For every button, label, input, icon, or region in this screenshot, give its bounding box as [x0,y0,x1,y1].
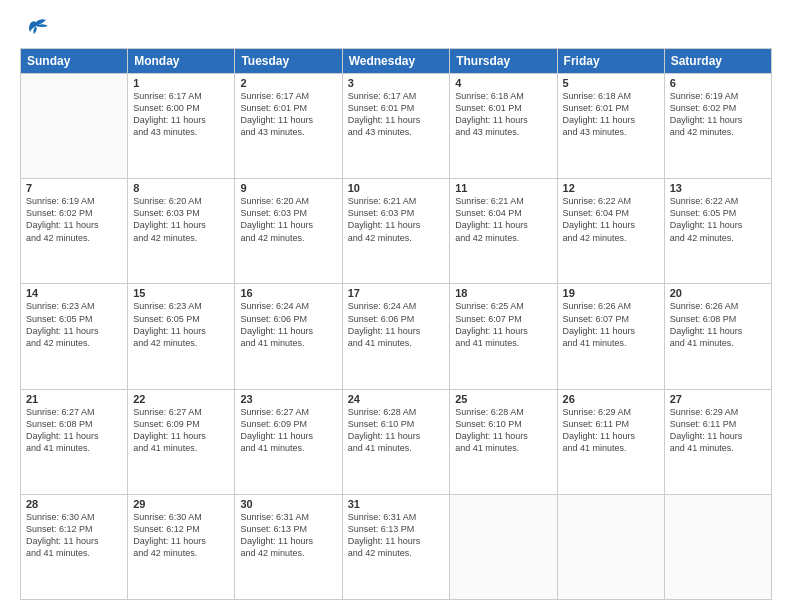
day-number: 22 [133,393,229,405]
cell-details: Sunrise: 6:22 AM Sunset: 6:05 PM Dayligh… [670,195,766,244]
cell-details: Sunrise: 6:19 AM Sunset: 6:02 PM Dayligh… [26,195,122,244]
cell-details: Sunrise: 6:27 AM Sunset: 6:08 PM Dayligh… [26,406,122,455]
cell-details: Sunrise: 6:30 AM Sunset: 6:12 PM Dayligh… [26,511,122,560]
calendar-cell: 22Sunrise: 6:27 AM Sunset: 6:09 PM Dayli… [128,389,235,494]
day-number: 15 [133,287,229,299]
calendar-cell: 19Sunrise: 6:26 AM Sunset: 6:07 PM Dayli… [557,284,664,389]
day-number: 26 [563,393,659,405]
day-number: 11 [455,182,551,194]
calendar-cell [450,494,557,599]
calendar-cell: 21Sunrise: 6:27 AM Sunset: 6:08 PM Dayli… [21,389,128,494]
cell-details: Sunrise: 6:25 AM Sunset: 6:07 PM Dayligh… [455,300,551,349]
day-number: 14 [26,287,122,299]
cell-details: Sunrise: 6:26 AM Sunset: 6:08 PM Dayligh… [670,300,766,349]
cell-details: Sunrise: 6:24 AM Sunset: 6:06 PM Dayligh… [240,300,336,349]
cell-details: Sunrise: 6:27 AM Sunset: 6:09 PM Dayligh… [133,406,229,455]
calendar-cell: 12Sunrise: 6:22 AM Sunset: 6:04 PM Dayli… [557,179,664,284]
calendar-table: SundayMondayTuesdayWednesdayThursdayFrid… [20,48,772,600]
page: SundayMondayTuesdayWednesdayThursdayFrid… [0,0,792,612]
calendar-cell: 6Sunrise: 6:19 AM Sunset: 6:02 PM Daylig… [664,74,771,179]
calendar-cell: 26Sunrise: 6:29 AM Sunset: 6:11 PM Dayli… [557,389,664,494]
day-number: 24 [348,393,445,405]
day-number: 6 [670,77,766,89]
cell-details: Sunrise: 6:20 AM Sunset: 6:03 PM Dayligh… [240,195,336,244]
calendar-body: 1Sunrise: 6:17 AM Sunset: 6:00 PM Daylig… [21,74,772,600]
cell-details: Sunrise: 6:17 AM Sunset: 6:01 PM Dayligh… [348,90,445,139]
calendar-day-header: Tuesday [235,49,342,74]
cell-details: Sunrise: 6:29 AM Sunset: 6:11 PM Dayligh… [670,406,766,455]
day-number: 3 [348,77,445,89]
cell-details: Sunrise: 6:18 AM Sunset: 6:01 PM Dayligh… [455,90,551,139]
day-number: 16 [240,287,336,299]
calendar-cell [21,74,128,179]
cell-details: Sunrise: 6:17 AM Sunset: 6:00 PM Dayligh… [133,90,229,139]
calendar-cell: 4Sunrise: 6:18 AM Sunset: 6:01 PM Daylig… [450,74,557,179]
cell-details: Sunrise: 6:23 AM Sunset: 6:05 PM Dayligh… [133,300,229,349]
calendar-cell: 14Sunrise: 6:23 AM Sunset: 6:05 PM Dayli… [21,284,128,389]
day-number: 23 [240,393,336,405]
day-number: 21 [26,393,122,405]
calendar-cell: 29Sunrise: 6:30 AM Sunset: 6:12 PM Dayli… [128,494,235,599]
calendar-day-header: Saturday [664,49,771,74]
calendar-day-header: Friday [557,49,664,74]
cell-details: Sunrise: 6:21 AM Sunset: 6:03 PM Dayligh… [348,195,445,244]
day-number: 8 [133,182,229,194]
cell-details: Sunrise: 6:26 AM Sunset: 6:07 PM Dayligh… [563,300,659,349]
logo-bird-icon [22,18,50,40]
calendar-header-row: SundayMondayTuesdayWednesdayThursdayFrid… [21,49,772,74]
calendar-cell: 15Sunrise: 6:23 AM Sunset: 6:05 PM Dayli… [128,284,235,389]
cell-details: Sunrise: 6:31 AM Sunset: 6:13 PM Dayligh… [240,511,336,560]
cell-details: Sunrise: 6:20 AM Sunset: 6:03 PM Dayligh… [133,195,229,244]
logo [20,18,52,40]
cell-details: Sunrise: 6:17 AM Sunset: 6:01 PM Dayligh… [240,90,336,139]
cell-details: Sunrise: 6:21 AM Sunset: 6:04 PM Dayligh… [455,195,551,244]
day-number: 12 [563,182,659,194]
calendar-week-row: 28Sunrise: 6:30 AM Sunset: 6:12 PM Dayli… [21,494,772,599]
day-number: 28 [26,498,122,510]
calendar-day-header: Sunday [21,49,128,74]
calendar-cell: 27Sunrise: 6:29 AM Sunset: 6:11 PM Dayli… [664,389,771,494]
day-number: 30 [240,498,336,510]
cell-details: Sunrise: 6:28 AM Sunset: 6:10 PM Dayligh… [348,406,445,455]
calendar-cell: 24Sunrise: 6:28 AM Sunset: 6:10 PM Dayli… [342,389,450,494]
cell-details: Sunrise: 6:27 AM Sunset: 6:09 PM Dayligh… [240,406,336,455]
cell-details: Sunrise: 6:24 AM Sunset: 6:06 PM Dayligh… [348,300,445,349]
calendar-week-row: 1Sunrise: 6:17 AM Sunset: 6:00 PM Daylig… [21,74,772,179]
day-number: 18 [455,287,551,299]
calendar-cell: 9Sunrise: 6:20 AM Sunset: 6:03 PM Daylig… [235,179,342,284]
day-number: 19 [563,287,659,299]
calendar-week-row: 21Sunrise: 6:27 AM Sunset: 6:08 PM Dayli… [21,389,772,494]
day-number: 25 [455,393,551,405]
day-number: 13 [670,182,766,194]
calendar-cell [557,494,664,599]
calendar-cell: 31Sunrise: 6:31 AM Sunset: 6:13 PM Dayli… [342,494,450,599]
calendar-cell: 20Sunrise: 6:26 AM Sunset: 6:08 PM Dayli… [664,284,771,389]
calendar-cell: 17Sunrise: 6:24 AM Sunset: 6:06 PM Dayli… [342,284,450,389]
day-number: 5 [563,77,659,89]
calendar-cell: 13Sunrise: 6:22 AM Sunset: 6:05 PM Dayli… [664,179,771,284]
day-number: 2 [240,77,336,89]
calendar-day-header: Thursday [450,49,557,74]
day-number: 4 [455,77,551,89]
calendar-cell: 2Sunrise: 6:17 AM Sunset: 6:01 PM Daylig… [235,74,342,179]
cell-details: Sunrise: 6:31 AM Sunset: 6:13 PM Dayligh… [348,511,445,560]
calendar-cell: 23Sunrise: 6:27 AM Sunset: 6:09 PM Dayli… [235,389,342,494]
day-number: 17 [348,287,445,299]
calendar-cell: 30Sunrise: 6:31 AM Sunset: 6:13 PM Dayli… [235,494,342,599]
day-number: 9 [240,182,336,194]
calendar-cell: 18Sunrise: 6:25 AM Sunset: 6:07 PM Dayli… [450,284,557,389]
cell-details: Sunrise: 6:28 AM Sunset: 6:10 PM Dayligh… [455,406,551,455]
calendar-cell: 10Sunrise: 6:21 AM Sunset: 6:03 PM Dayli… [342,179,450,284]
calendar-week-row: 7Sunrise: 6:19 AM Sunset: 6:02 PM Daylig… [21,179,772,284]
calendar-cell: 7Sunrise: 6:19 AM Sunset: 6:02 PM Daylig… [21,179,128,284]
cell-details: Sunrise: 6:19 AM Sunset: 6:02 PM Dayligh… [670,90,766,139]
calendar-cell: 16Sunrise: 6:24 AM Sunset: 6:06 PM Dayli… [235,284,342,389]
calendar-cell: 5Sunrise: 6:18 AM Sunset: 6:01 PM Daylig… [557,74,664,179]
cell-details: Sunrise: 6:18 AM Sunset: 6:01 PM Dayligh… [563,90,659,139]
calendar-week-row: 14Sunrise: 6:23 AM Sunset: 6:05 PM Dayli… [21,284,772,389]
day-number: 1 [133,77,229,89]
calendar-cell: 11Sunrise: 6:21 AM Sunset: 6:04 PM Dayli… [450,179,557,284]
day-number: 29 [133,498,229,510]
cell-details: Sunrise: 6:30 AM Sunset: 6:12 PM Dayligh… [133,511,229,560]
calendar-cell [664,494,771,599]
